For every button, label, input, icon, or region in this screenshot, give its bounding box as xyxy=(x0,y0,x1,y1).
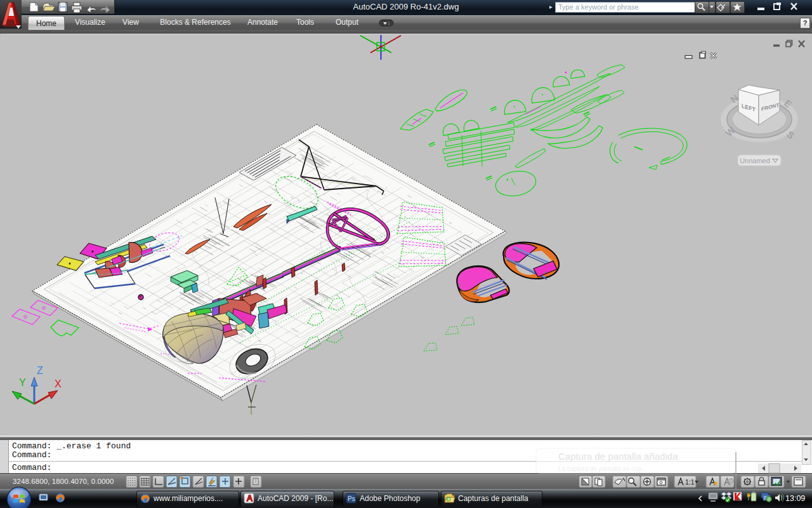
svg-text:Z: Z xyxy=(37,365,43,376)
svg-text:Y: Y xyxy=(19,377,26,388)
svg-text:X: X xyxy=(55,378,62,389)
svg-text:Unnamed: Unnamed xyxy=(740,157,770,164)
